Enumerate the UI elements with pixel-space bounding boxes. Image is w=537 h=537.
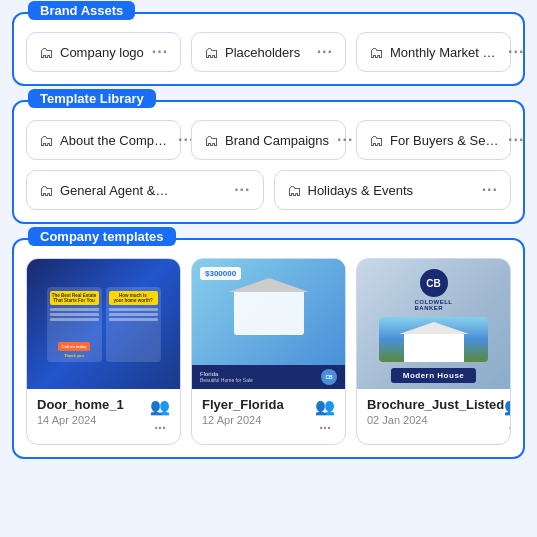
folder-dots-button[interactable]: ··· bbox=[152, 43, 168, 61]
template-card-grid: The Best Real EstateThat Starts For You … bbox=[26, 258, 511, 445]
template-library-grid: 🗂 About the Company ··· 🗂 Brand Campaign… bbox=[26, 120, 511, 210]
folder-name: Holidays & Events bbox=[308, 183, 414, 198]
folder-name: About the Company bbox=[60, 133, 170, 148]
folder-item-company-logo[interactable]: 🗂 Company logo ··· bbox=[26, 32, 181, 72]
template-library-label: Template Library bbox=[28, 89, 156, 108]
folder-dots-button[interactable]: ··· bbox=[317, 43, 333, 61]
template-footer: Brochure_Just_Listed 02 Jan 2024 👥 ··· bbox=[357, 389, 510, 444]
folder-left: 🗂 For Buyers & Sellers bbox=[369, 132, 500, 149]
template-name: Flyer_Florida bbox=[202, 397, 284, 412]
folder-item-monthly-market[interactable]: 🗂 Monthly Market S... ··· bbox=[356, 32, 511, 72]
template-date: 12 Apr 2024 bbox=[202, 414, 284, 426]
folder-item-brand-campaigns[interactable]: 🗂 Brand Campaigns ··· bbox=[191, 120, 346, 160]
folder-name: General Agent & T... bbox=[60, 183, 170, 198]
brand-assets-grid: 🗂 Company logo ··· 🗂 Placeholders ··· 🗂 … bbox=[26, 32, 511, 72]
template-footer: Door_home_1 14 Apr 2024 👥 ··· bbox=[27, 389, 180, 444]
folder-left: 🗂 About the Company bbox=[39, 132, 170, 149]
folder-icon: 🗂 bbox=[287, 182, 302, 199]
folder-left: 🗂 Monthly Market S... bbox=[369, 44, 500, 61]
thumb-brochure: CB COLDWELLBANKER Modern House bbox=[357, 259, 510, 389]
folder-name: Placeholders bbox=[225, 45, 300, 60]
template-library-section: Template Library 🗂 About the Company ···… bbox=[12, 100, 525, 224]
template-date: 02 Jan 2024 bbox=[367, 414, 504, 426]
folder-item-for-buyers-sellers[interactable]: 🗂 For Buyers & Sellers ··· bbox=[356, 120, 511, 160]
folder-icon: 🗂 bbox=[39, 44, 54, 61]
folder-dots-button[interactable]: ··· bbox=[234, 181, 250, 199]
folder-dots-button[interactable]: ··· bbox=[482, 181, 498, 199]
template-date: 14 Apr 2024 bbox=[37, 414, 124, 426]
template-actions: 👥 ··· bbox=[150, 397, 170, 436]
template-info: Flyer_Florida 12 Apr 2024 bbox=[202, 397, 284, 426]
folder-dots-button[interactable]: ··· bbox=[508, 43, 524, 61]
folder-icon: 🗂 bbox=[204, 132, 219, 149]
template-name: Door_home_1 bbox=[37, 397, 124, 412]
folder-name: For Buyers & Sellers bbox=[390, 133, 500, 148]
thumb-door: The Best Real EstateThat Starts For You … bbox=[27, 259, 180, 389]
brand-assets-section: Brand Assets 🗂 Company logo ··· 🗂 Placeh… bbox=[12, 12, 525, 86]
people-icon[interactable]: 👥 bbox=[504, 397, 511, 416]
folder-left: 🗂 Brand Campaigns bbox=[204, 132, 329, 149]
folder-icon: 🗂 bbox=[39, 132, 54, 149]
company-templates-label: Company templates bbox=[28, 227, 176, 246]
company-templates-section: Company templates The Best Real EstateTh… bbox=[12, 238, 525, 459]
folder-item-placeholders[interactable]: 🗂 Placeholders ··· bbox=[191, 32, 346, 72]
template-actions: 👥 ··· bbox=[315, 397, 335, 436]
folder-name: Company logo bbox=[60, 45, 144, 60]
folder-item-holidays-events[interactable]: 🗂 Holidays & Events ··· bbox=[274, 170, 512, 210]
folder-left: 🗂 Holidays & Events bbox=[287, 182, 414, 199]
template-name: Brochure_Just_Listed bbox=[367, 397, 504, 412]
folder-name: Brand Campaigns bbox=[225, 133, 329, 148]
folder-icon: 🗂 bbox=[369, 44, 384, 61]
folder-left: 🗂 Company logo bbox=[39, 44, 144, 61]
template-card-door-home-1[interactable]: The Best Real EstateThat Starts For You … bbox=[26, 258, 181, 445]
template-info: Brochure_Just_Listed 02 Jan 2024 bbox=[367, 397, 504, 426]
template-card-brochure-just-listed[interactable]: CB COLDWELLBANKER Modern House Brochure_… bbox=[356, 258, 511, 445]
folder-icon: 🗂 bbox=[369, 132, 384, 149]
template-dots-button[interactable]: ··· bbox=[154, 420, 166, 436]
thumb-flyer: $300000 FloridaBeautiful Home for Sale C… bbox=[192, 259, 345, 389]
template-info: Door_home_1 14 Apr 2024 bbox=[37, 397, 124, 426]
people-icon[interactable]: 👥 bbox=[315, 397, 335, 416]
template-dots-button[interactable]: ··· bbox=[508, 420, 511, 436]
folder-left: 🗂 General Agent & T... bbox=[39, 182, 170, 199]
brand-assets-label: Brand Assets bbox=[28, 1, 135, 20]
people-icon[interactable]: 👥 bbox=[150, 397, 170, 416]
template-card-flyer-florida[interactable]: $300000 FloridaBeautiful Home for Sale C… bbox=[191, 258, 346, 445]
folder-icon: 🗂 bbox=[39, 182, 54, 199]
folder-item-about-company[interactable]: 🗂 About the Company ··· bbox=[26, 120, 181, 160]
folder-dots-button[interactable]: ··· bbox=[337, 131, 353, 149]
folder-name: Monthly Market S... bbox=[390, 45, 500, 60]
template-footer: Flyer_Florida 12 Apr 2024 👥 ··· bbox=[192, 389, 345, 444]
folder-icon: 🗂 bbox=[204, 44, 219, 61]
folder-left: 🗂 Placeholders bbox=[204, 44, 300, 61]
template-actions: 👥 ··· bbox=[504, 397, 511, 436]
template-dots-button[interactable]: ··· bbox=[319, 420, 331, 436]
folder-dots-button[interactable]: ··· bbox=[508, 131, 524, 149]
folder-item-general-agent[interactable]: 🗂 General Agent & T... ··· bbox=[26, 170, 264, 210]
